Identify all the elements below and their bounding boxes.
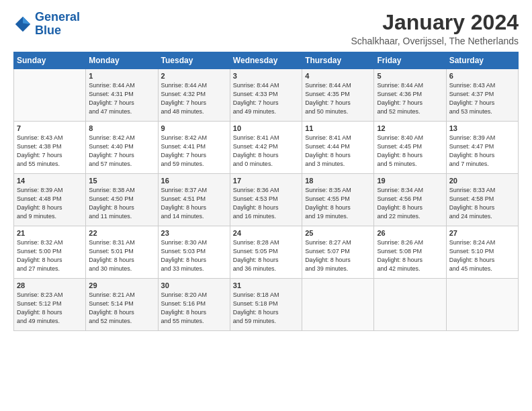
day-info: Sunrise: 8:38 AM Sunset: 4:50 PM Dayligh… (89, 186, 154, 221)
day-cell (14, 69, 86, 122)
day-cell: 28Sunrise: 8:23 AM Sunset: 5:12 PM Dayli… (14, 279, 86, 331)
day-cell: 14Sunrise: 8:39 AM Sunset: 4:48 PM Dayli… (14, 174, 86, 226)
day-info: Sunrise: 8:36 AM Sunset: 4:53 PM Dayligh… (233, 186, 299, 221)
day-cell: 25Sunrise: 8:27 AM Sunset: 5:07 PM Dayli… (302, 226, 374, 279)
day-info: Sunrise: 8:39 AM Sunset: 4:48 PM Dayligh… (17, 186, 83, 221)
day-cell (374, 279, 446, 331)
day-cell: 9Sunrise: 8:42 AM Sunset: 4:41 PM Daylig… (158, 122, 230, 174)
day-number: 16 (161, 177, 227, 185)
day-info: Sunrise: 8:35 AM Sunset: 4:55 PM Dayligh… (305, 186, 371, 221)
col-header-monday: Monday (86, 52, 158, 69)
col-header-saturday: Saturday (446, 52, 518, 69)
day-info: Sunrise: 8:41 AM Sunset: 4:42 PM Dayligh… (233, 134, 299, 169)
day-cell (302, 279, 374, 331)
day-cell: 29Sunrise: 8:21 AM Sunset: 5:14 PM Dayli… (86, 279, 158, 331)
day-cell: 13Sunrise: 8:39 AM Sunset: 4:47 PM Dayli… (446, 122, 518, 174)
day-cell: 8Sunrise: 8:42 AM Sunset: 4:40 PM Daylig… (86, 122, 158, 174)
day-number: 6 (449, 72, 515, 80)
day-info: Sunrise: 8:31 AM Sunset: 5:01 PM Dayligh… (89, 238, 154, 273)
day-info: Sunrise: 8:43 AM Sunset: 4:37 PM Dayligh… (449, 81, 515, 116)
day-info: Sunrise: 8:40 AM Sunset: 4:45 PM Dayligh… (377, 134, 443, 169)
day-number: 27 (449, 229, 515, 237)
day-cell: 3Sunrise: 8:44 AM Sunset: 4:33 PM Daylig… (230, 69, 302, 122)
day-number: 18 (305, 177, 371, 185)
day-info: Sunrise: 8:42 AM Sunset: 4:41 PM Dayligh… (161, 134, 227, 169)
col-header-thursday: Thursday (302, 52, 374, 69)
day-number: 30 (161, 281, 227, 289)
day-info: Sunrise: 8:28 AM Sunset: 5:05 PM Dayligh… (233, 238, 299, 273)
header: General Blue January 2024 Schalkhaar, Ov… (13, 11, 519, 46)
day-cell: 22Sunrise: 8:31 AM Sunset: 5:01 PM Dayli… (86, 226, 158, 279)
day-cell: 27Sunrise: 8:24 AM Sunset: 5:10 PM Dayli… (446, 226, 518, 279)
logo-general: General (35, 10, 80, 24)
month-title: January 2024 (351, 11, 519, 34)
day-number: 12 (377, 124, 443, 132)
logo-text: General Blue (35, 11, 80, 38)
day-cell: 2Sunrise: 8:44 AM Sunset: 4:32 PM Daylig… (158, 69, 230, 122)
day-number: 14 (17, 177, 83, 185)
day-info: Sunrise: 8:43 AM Sunset: 4:38 PM Dayligh… (17, 134, 83, 169)
header-row: SundayMondayTuesdayWednesdayThursdayFrid… (14, 52, 519, 69)
day-number: 11 (305, 124, 371, 132)
day-info: Sunrise: 8:41 AM Sunset: 4:44 PM Dayligh… (305, 134, 371, 169)
day-number: 22 (89, 229, 154, 237)
day-info: Sunrise: 8:20 AM Sunset: 5:16 PM Dayligh… (161, 291, 227, 326)
day-number: 17 (233, 177, 299, 185)
day-info: Sunrise: 8:44 AM Sunset: 4:31 PM Dayligh… (89, 81, 154, 116)
day-number: 21 (17, 229, 83, 237)
day-number: 15 (89, 177, 154, 185)
calendar-table: SundayMondayTuesdayWednesdayThursdayFrid… (13, 52, 519, 331)
logo-icon (13, 15, 32, 34)
day-cell: 6Sunrise: 8:43 AM Sunset: 4:37 PM Daylig… (446, 69, 518, 122)
day-info: Sunrise: 8:44 AM Sunset: 4:35 PM Dayligh… (305, 81, 371, 116)
day-info: Sunrise: 8:26 AM Sunset: 5:08 PM Dayligh… (377, 238, 443, 273)
day-number: 24 (233, 229, 299, 237)
day-info: Sunrise: 8:44 AM Sunset: 4:36 PM Dayligh… (377, 81, 443, 116)
day-cell: 10Sunrise: 8:41 AM Sunset: 4:42 PM Dayli… (230, 122, 302, 174)
day-info: Sunrise: 8:18 AM Sunset: 5:18 PM Dayligh… (233, 291, 299, 326)
day-cell: 30Sunrise: 8:20 AM Sunset: 5:16 PM Dayli… (158, 279, 230, 331)
subtitle: Schalkhaar, Overijssel, The Netherlands (351, 36, 519, 46)
day-info: Sunrise: 8:44 AM Sunset: 4:33 PM Dayligh… (233, 81, 299, 116)
day-info: Sunrise: 8:30 AM Sunset: 5:03 PM Dayligh… (161, 238, 227, 273)
logo: General Blue (13, 11, 80, 38)
day-cell (446, 279, 518, 331)
day-number: 10 (233, 124, 299, 132)
title-block: January 2024 Schalkhaar, Overijssel, The… (351, 11, 519, 46)
day-info: Sunrise: 8:33 AM Sunset: 4:58 PM Dayligh… (449, 186, 515, 221)
day-cell: 4Sunrise: 8:44 AM Sunset: 4:35 PM Daylig… (302, 69, 374, 122)
day-number: 3 (233, 72, 299, 80)
day-cell: 23Sunrise: 8:30 AM Sunset: 5:03 PM Dayli… (158, 226, 230, 279)
day-cell: 16Sunrise: 8:37 AM Sunset: 4:51 PM Dayli… (158, 174, 230, 226)
day-cell: 12Sunrise: 8:40 AM Sunset: 4:45 PM Dayli… (374, 122, 446, 174)
col-header-friday: Friday (374, 52, 446, 69)
day-info: Sunrise: 8:39 AM Sunset: 4:47 PM Dayligh… (449, 134, 515, 169)
day-number: 1 (89, 72, 154, 80)
day-cell: 5Sunrise: 8:44 AM Sunset: 4:36 PM Daylig… (374, 69, 446, 122)
col-header-sunday: Sunday (14, 52, 86, 69)
day-info: Sunrise: 8:27 AM Sunset: 5:07 PM Dayligh… (305, 238, 371, 273)
day-info: Sunrise: 8:44 AM Sunset: 4:32 PM Dayligh… (161, 81, 227, 116)
day-number: 5 (377, 72, 443, 80)
day-number: 20 (449, 177, 515, 185)
day-cell: 31Sunrise: 8:18 AM Sunset: 5:18 PM Dayli… (230, 279, 302, 331)
page: General Blue January 2024 Schalkhaar, Ov… (0, 0, 532, 411)
day-cell: 1Sunrise: 8:44 AM Sunset: 4:31 PM Daylig… (86, 69, 158, 122)
svg-marker-1 (23, 17, 30, 24)
day-cell: 18Sunrise: 8:35 AM Sunset: 4:55 PM Dayli… (302, 174, 374, 226)
day-number: 9 (161, 124, 227, 132)
week-row-0: 1Sunrise: 8:44 AM Sunset: 4:31 PM Daylig… (14, 69, 519, 122)
day-number: 25 (305, 229, 371, 237)
day-number: 29 (89, 281, 154, 289)
day-info: Sunrise: 8:32 AM Sunset: 5:00 PM Dayligh… (17, 238, 83, 273)
day-number: 13 (449, 124, 515, 132)
day-number: 28 (17, 281, 83, 289)
day-number: 4 (305, 72, 371, 80)
logo-blue: Blue (35, 24, 80, 38)
day-cell: 19Sunrise: 8:34 AM Sunset: 4:56 PM Dayli… (374, 174, 446, 226)
day-info: Sunrise: 8:24 AM Sunset: 5:10 PM Dayligh… (449, 238, 515, 273)
day-cell: 21Sunrise: 8:32 AM Sunset: 5:00 PM Dayli… (14, 226, 86, 279)
day-number: 7 (17, 124, 83, 132)
day-info: Sunrise: 8:21 AM Sunset: 5:14 PM Dayligh… (89, 291, 154, 326)
day-number: 31 (233, 281, 299, 289)
